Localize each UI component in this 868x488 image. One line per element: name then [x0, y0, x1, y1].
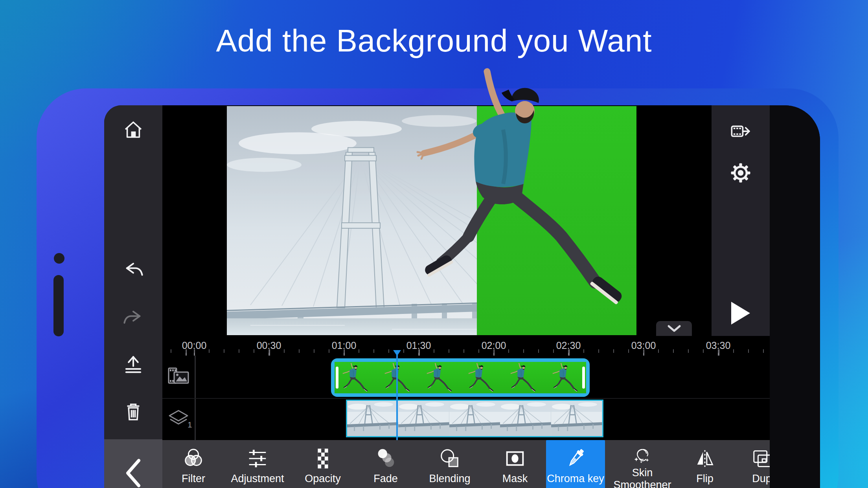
home-button[interactable] — [121, 117, 146, 142]
collapse-preview-button[interactable] — [656, 321, 692, 336]
clip-trim-handle-left[interactable] — [336, 367, 338, 389]
redo-button[interactable] — [121, 306, 146, 331]
track-row-divider — [162, 398, 770, 399]
jumping-man-image — [409, 67, 635, 310]
produce-export-icon — [729, 120, 752, 143]
duplicate-icon — [751, 446, 770, 471]
time-ruler[interactable]: 00:00 00:30 01:00 01:30 02:00 02:30 03:0… — [162, 336, 770, 356]
right-toolbar — [712, 105, 770, 336]
duplicate-button[interactable]: Dupl — [734, 440, 770, 488]
clip-thumbnail — [347, 401, 398, 436]
produce-button[interactable] — [728, 119, 753, 144]
filter-icon — [181, 446, 206, 471]
clip-trim-handle-right[interactable] — [582, 367, 585, 389]
video-track-header[interactable] — [166, 363, 191, 389]
blending-button[interactable]: Blending — [420, 440, 479, 488]
adjustment-button[interactable]: Adjustment — [228, 440, 287, 488]
undo-button[interactable] — [121, 258, 146, 283]
overlay-clip[interactable] — [346, 400, 603, 437]
skin-smoothener-button[interactable]: Skin Smoothener — [613, 440, 672, 488]
trash-icon — [122, 400, 145, 423]
mask-button[interactable]: Mask — [485, 440, 544, 488]
settings-button[interactable] — [728, 160, 753, 185]
adjustment-icon — [245, 446, 270, 471]
clip-thumbnail — [426, 363, 453, 393]
chevron-down-icon — [665, 324, 684, 333]
chroma-key-icon — [563, 446, 588, 471]
redo-icon — [122, 307, 145, 330]
delete-button[interactable] — [121, 399, 146, 424]
clip-thumbnail — [500, 401, 551, 436]
earpiece-speaker — [53, 275, 64, 336]
clip-thumbnail — [552, 363, 579, 393]
overlay-track-header[interactable]: 1 — [166, 406, 191, 432]
home-icon — [122, 118, 145, 141]
flip-icon — [693, 446, 717, 471]
left-toolbar — [104, 105, 162, 440]
back-panel — [104, 439, 162, 488]
clip-thumbnail — [551, 401, 602, 436]
clip-thumbnail — [467, 363, 495, 393]
layer-count-badge: 1 — [188, 420, 192, 429]
opacity-icon — [311, 446, 335, 471]
clip-thumbnail — [398, 401, 449, 436]
punch-hole-camera-icon — [54, 253, 64, 264]
fade-button[interactable]: Fade — [356, 440, 415, 488]
fade-icon — [373, 446, 398, 471]
clip-thumbnail — [342, 363, 369, 393]
clip-thumbnails — [335, 362, 586, 393]
upload-button[interactable] — [121, 353, 146, 378]
screen-unused-area — [770, 105, 820, 488]
clip-thumbnail — [449, 401, 500, 436]
page-title: Add the Background you Want — [0, 23, 868, 59]
ruler-minor-ticks — [162, 349, 770, 353]
upload-export-icon — [122, 354, 145, 377]
play-button[interactable] — [731, 302, 750, 325]
opacity-button[interactable]: Opacity — [293, 440, 352, 488]
filter-button[interactable]: Filter — [164, 440, 223, 488]
timeline: 00:00 00:30 01:00 01:30 02:00 02:30 03:0… — [162, 336, 770, 440]
back-button[interactable] — [122, 457, 144, 488]
clip-thumbnail — [509, 363, 537, 393]
bottom-toolbar: Filter Adjustment Opacity Fade Blending … — [162, 440, 770, 488]
chroma-key-button[interactable]: Chroma key — [546, 440, 605, 488]
video-clip-selected[interactable] — [331, 358, 590, 397]
undo-icon — [122, 259, 145, 282]
blending-icon — [438, 446, 462, 471]
media-track-icon — [166, 363, 191, 389]
playhead[interactable] — [396, 353, 398, 440]
mask-icon — [503, 446, 527, 471]
settings-gear-icon — [729, 161, 752, 184]
flip-button[interactable]: Flip — [675, 440, 734, 488]
skin-smoothener-icon — [630, 446, 655, 465]
